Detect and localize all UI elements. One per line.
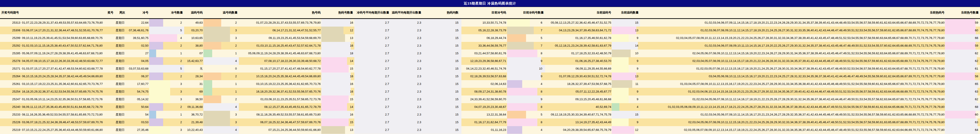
cold-count-value: 2 xyxy=(149,73,184,80)
warm-numbers-cell: 38,80 xyxy=(184,42,204,50)
cold-avg-cell: 2.7 xyxy=(354,27,391,34)
current-hot-count-cell: 62 xyxy=(945,50,980,57)
table-row: 25292 01,02,03,10,11,15,16,25,38,40,43,4… xyxy=(0,42,980,50)
hot-mean-cell: 15 xyxy=(423,50,461,57)
warm-count-value: 1 xyxy=(204,80,239,88)
current-warm-numbers-cell: 01,06,16,25,27,38,40,53,70 xyxy=(545,57,612,65)
warm-count-cell: 3 xyxy=(204,118,239,126)
table-row: 25261 03,10,15,17,19,22,23,25,31,35,36,4… xyxy=(0,80,980,88)
hot-numbers-cell: 03,10,15,19,22,23,25,35,36,42,61,62,65,7… xyxy=(239,80,321,88)
table-row: 25313 01,07,22,23,28,29,31,37,43,49,53,5… xyxy=(0,19,980,27)
warm-count-cell: 1 xyxy=(204,88,239,96)
warm-avg-cell: 2.3 xyxy=(391,42,423,50)
hot-numbers-cell: 08,11,16,26,35,49,52,53,55,57,58,61,65,6… xyxy=(239,111,321,118)
hot-mean-cell: 15 xyxy=(423,88,461,96)
warm-count-value: 3 xyxy=(204,118,239,126)
period-cell: 25233 xyxy=(0,111,21,118)
period-cell: 25240 xyxy=(0,103,21,111)
cold-count-cell: 2 xyxy=(149,57,184,65)
cold-numbers-cell: 27,35,46 xyxy=(127,126,149,134)
hot-numbers-cell: 06,14,17,21,31,32,44,47,51,52,55,77 xyxy=(239,27,321,34)
warm-numbers-cell: 69 xyxy=(184,88,204,96)
period-cell: 25261 xyxy=(0,80,21,88)
current-cold-numbers-cell: 06,18,29,44,74 xyxy=(461,34,507,42)
current-warm-numbers-cell: 01,16,17,35,46,50,61,62,78 xyxy=(545,34,612,42)
current-cold-count-cell: 9 xyxy=(507,96,545,103)
warm-numbers-cell: 49,63 xyxy=(184,19,204,27)
current-hot-count-cell: 63 xyxy=(945,118,980,126)
cold-count-value: 3 xyxy=(149,80,184,88)
table-row: 25240 08,09,11,12,15,27,35,36,43,45,49,5… xyxy=(0,103,980,111)
hot-numbers-cell: 16,18,20,29,32,36,37,41,52,53,55,56,57,6… xyxy=(239,88,321,96)
warm-count-cell: 3 xyxy=(204,27,239,34)
current-hot-count-cell: 59 xyxy=(945,42,980,50)
current-hot-count-cell: 68 xyxy=(945,103,980,111)
draw-numbers-cell: 07,10,15,21,22,24,25,27,35,36,40,43,44,4… xyxy=(21,126,115,134)
hot-count-value: 13 xyxy=(321,126,354,134)
current-cold-count-value: 9 xyxy=(507,73,545,80)
hot-mean-cell: 15 xyxy=(423,126,461,134)
hot-count-cell: 16 xyxy=(321,19,354,27)
cold-count-cell: 3 xyxy=(149,80,184,88)
weekday-cell: 星期日 xyxy=(115,27,127,34)
draw-numbers-cell: 01,02,03,10,11,15,16,25,38,40,43,47,50,5… xyxy=(21,42,115,50)
table-row: 25254 16,18,20,29,32,36,37,41,52,53,54,5… xyxy=(0,88,980,96)
period-cell: 25247 xyxy=(0,96,21,103)
current-warm-count-value: 9 xyxy=(612,65,640,73)
warm-count-cell: 1 xyxy=(204,80,239,88)
warm-numbers-cell: 21,39,48 xyxy=(184,118,204,126)
warm-count-cell: 4 xyxy=(204,103,239,111)
hot-mean-cell: 15 xyxy=(423,80,461,88)
cold-count-cell: 2 xyxy=(149,19,184,27)
hot-numbers-cell: 07,08,10,17,18,22,26,30,33,39,48,50,68,7… xyxy=(239,57,321,65)
cold-numbers-cell: 50,64 xyxy=(127,103,149,111)
cold-numbers-cell: 54,74,75 xyxy=(127,88,149,96)
current-cold-count-cell: 7 xyxy=(507,27,545,34)
header-week: 周次 xyxy=(115,7,127,18)
header-cold-avg: 冷码号平均每期开出数量 xyxy=(354,7,391,18)
hot-mean-cell: 15 xyxy=(423,73,461,80)
cold-count-value: 2 xyxy=(149,57,184,65)
warm-avg-cell: 2.3 xyxy=(391,111,423,118)
current-warm-numbers-cell: 40,52,69,74 xyxy=(545,103,612,111)
current-hot-numbers-cell: 02,03,05,06,07,08,09,10,12,13,14,15,17,1… xyxy=(640,126,945,134)
current-hot-numbers-cell: 01,03,04,05,07,08,09,10,11,12,13,15,16,1… xyxy=(640,80,945,88)
cold-avg-cell: 2.7 xyxy=(354,50,391,57)
current-cold-count-value: 8 xyxy=(507,103,545,111)
weekday-cell: 星期日 xyxy=(115,42,127,50)
current-warm-count-cell: 15 xyxy=(612,111,640,118)
cold-count-value: 3 xyxy=(149,96,184,103)
current-warm-count-value: 15 xyxy=(612,19,640,27)
cold-count-cell: 3 xyxy=(149,88,184,96)
hot-count-cell: 14 xyxy=(321,103,354,111)
warm-count-cell: 2 xyxy=(204,73,239,80)
table-row: 25299 09,10,11,19,23,25,39,41,45,51,53,5… xyxy=(0,34,980,42)
hot-count-value: 12 xyxy=(321,27,354,34)
hot-mean-cell: 15 xyxy=(423,65,461,73)
current-warm-numbers-cell: 05,08,12,13,25,27,32,36,42,45,46,47,51,5… xyxy=(545,19,612,27)
hot-count-value: 15 xyxy=(321,65,354,73)
warm-numbers-cell: 31 xyxy=(184,80,204,88)
current-hot-count-value: 62 xyxy=(945,50,980,57)
hot-count-cell: 13 xyxy=(321,126,354,134)
current-cold-count-cell: 8 xyxy=(507,103,545,111)
current-cold-count-value: 6 xyxy=(507,19,545,27)
current-hot-numbers-cell: 01,02,03,05,07,08,10,12,13,15,16,17,18,1… xyxy=(640,65,945,73)
current-cold-count-value: 8 xyxy=(507,88,545,96)
current-warm-count-cell: 9 xyxy=(612,65,640,73)
header-hot-count: 热码号数量 xyxy=(321,7,354,18)
cold-avg-cell: 2.7 xyxy=(354,126,391,134)
weekday-cell: 星期日 xyxy=(115,96,127,103)
current-hot-numbers-cell: 02,04,05,06,07,08,09,10,11,12,13,14,15,1… xyxy=(640,50,945,57)
current-hot-count-value: 59 xyxy=(945,42,980,50)
cold-count-cell: 4 xyxy=(149,34,184,42)
draw-numbers-cell: 01,03,05,06,10,11,14,23,25,32,35,36,50,5… xyxy=(21,96,115,103)
cold-count-cell: 2 xyxy=(149,73,184,80)
current-hot-count-value: 68 xyxy=(945,103,980,111)
current-warm-count-cell: 9 xyxy=(612,96,640,103)
cold-count-value: 2 xyxy=(149,19,184,27)
current-hot-count-cell: 62 xyxy=(945,96,980,103)
current-cold-count-value: 4 xyxy=(507,80,545,88)
cold-numbers-cell: 17,60,77 xyxy=(127,80,149,88)
current-warm-numbers-cell: 05,12,18,21,23,24,28,39,42,58,61,63,67,7… xyxy=(545,42,612,50)
